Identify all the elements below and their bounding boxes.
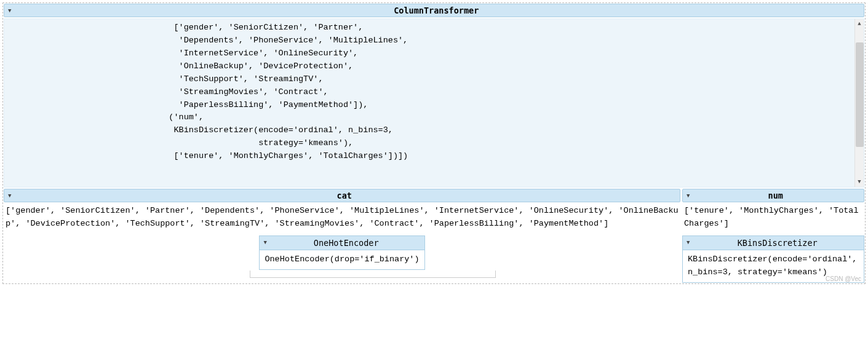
num-columns-list: ['tenure', 'MonthlyCharges', 'TotalCharg… [682, 204, 864, 235]
column-transformer-header[interactable]: ▼ ColumnTransformer [4, 4, 864, 17]
kbinsdiscretizer-title: KBinsDiscretizer [695, 238, 860, 248]
cat-title: cat [11, 191, 677, 200]
num-header[interactable]: ▼ num [682, 189, 864, 202]
transformer-columns-row: ▼ cat ['gender', 'SeniorCitizen', 'Partn… [4, 189, 864, 283]
onehotencoder-repr: OneHotEncoder(drop='if_binary') [260, 250, 424, 269]
scrollbar-thumb[interactable] [856, 42, 864, 147]
estimator-repr-text: ['gender', 'SeniorCitizen', 'Partner', '… [4, 19, 864, 165]
caret-down-icon[interactable]: ▼ [687, 240, 690, 246]
scroll-down-icon[interactable]: ▼ [855, 177, 864, 187]
onehotencoder-title: OneHotEncoder [272, 238, 421, 248]
num-title: num [690, 191, 861, 200]
scrollbar-vertical[interactable]: ▲ ▼ [854, 19, 864, 187]
connector-line [250, 271, 496, 278]
watermark-text: CSDN @Vec [826, 275, 861, 282]
num-block: ▼ num ['tenure', 'MonthlyCharges', 'Tota… [682, 189, 864, 283]
estimator-repr-scroll: ['gender', 'SeniorCitizen', 'Partner', '… [4, 18, 864, 188]
kbinsdiscretizer-header[interactable]: ▼ KBinsDiscretizer [683, 236, 864, 250]
cat-header[interactable]: ▼ cat [4, 189, 680, 202]
onehotencoder-header[interactable]: ▼ OneHotEncoder [260, 236, 424, 250]
onehotencoder-box: ▼ OneHotEncoder OneHotEncoder(drop='if_b… [259, 235, 424, 270]
cat-columns-list: ['gender', 'SeniorCitizen', 'Partner', '… [4, 204, 680, 235]
scroll-up-icon[interactable]: ▲ [855, 19, 864, 29]
sklearn-diagram: ▼ ColumnTransformer ['gender', 'SeniorCi… [2, 2, 866, 284]
caret-down-icon[interactable]: ▼ [263, 240, 266, 246]
column-transformer-title: ColumnTransformer [11, 6, 861, 15]
cat-block: ▼ cat ['gender', 'SeniorCitizen', 'Partn… [4, 189, 680, 283]
